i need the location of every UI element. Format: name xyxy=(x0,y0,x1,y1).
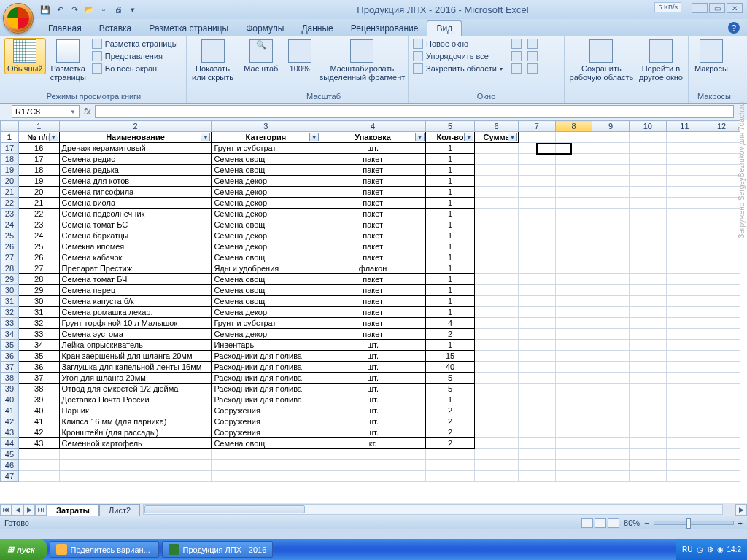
cell[interactable] xyxy=(475,384,519,394)
cell[interactable] xyxy=(592,209,630,219)
cell[interactable] xyxy=(519,427,556,438)
cell[interactable] xyxy=(592,307,630,318)
qat-redo-icon[interactable]: ↷ xyxy=(69,4,80,15)
cell[interactable] xyxy=(320,471,426,482)
cell[interactable] xyxy=(59,460,212,471)
cell[interactable] xyxy=(703,198,740,209)
cell[interactable] xyxy=(592,460,630,471)
ribbon-tab-Главная[interactable]: Главная xyxy=(39,21,90,36)
cell[interactable] xyxy=(703,362,740,373)
row-header-30[interactable]: 30 xyxy=(1,285,19,296)
cell[interactable]: 28 xyxy=(18,274,59,285)
cell[interactable]: кг. xyxy=(320,438,426,449)
cell[interactable]: Семена томат БС xyxy=(59,219,212,230)
ribbon-tab-Разметка страницы[interactable]: Разметка страницы xyxy=(140,21,237,36)
cell[interactable] xyxy=(519,165,556,176)
cell[interactable] xyxy=(703,329,740,340)
cell[interactable] xyxy=(555,198,592,209)
cell[interactable] xyxy=(555,405,592,416)
cell[interactable] xyxy=(666,405,703,416)
lang-indicator[interactable]: RU xyxy=(682,545,692,553)
cell[interactable]: Кран заершеный для шланга 20мм xyxy=(59,351,212,362)
cell[interactable] xyxy=(666,219,703,230)
view-normal-button[interactable]: Обычный xyxy=(4,38,46,74)
cell[interactable] xyxy=(629,460,666,471)
cell[interactable] xyxy=(555,329,592,340)
cell[interactable] xyxy=(629,274,666,285)
cell[interactable]: пакет xyxy=(320,274,426,285)
cell[interactable]: шт. xyxy=(320,373,426,384)
row-header-25[interactable]: 25 xyxy=(1,230,19,241)
cell[interactable]: Семена овощ xyxy=(212,438,320,449)
row-header-24[interactable]: 24 xyxy=(1,219,19,230)
cell[interactable] xyxy=(666,296,703,307)
name-box[interactable]: R17C8▼ xyxy=(12,105,80,118)
cell[interactable] xyxy=(475,230,519,241)
cell[interactable] xyxy=(475,187,519,198)
cell[interactable] xyxy=(629,187,666,198)
cell[interactable]: 40 xyxy=(425,362,474,373)
view-fullscreen-button[interactable]: Во весь экран xyxy=(90,63,179,74)
cell[interactable]: Семена для котов xyxy=(59,176,212,187)
cell[interactable]: 1 xyxy=(425,209,474,219)
cell[interactable] xyxy=(703,471,740,482)
cell[interactable]: флакон xyxy=(320,263,426,274)
cell[interactable] xyxy=(592,340,630,351)
cell[interactable]: Семена кабачок xyxy=(59,252,212,263)
cell[interactable]: Клипса 16 мм (для парника) xyxy=(59,416,212,427)
filter-dd-icon[interactable]: ▼ xyxy=(415,133,425,141)
cell[interactable]: 16 xyxy=(18,143,59,154)
cell[interactable] xyxy=(703,209,740,219)
cell[interactable]: пакет xyxy=(320,296,426,307)
cell[interactable] xyxy=(666,384,703,394)
cell[interactable]: 2 xyxy=(425,438,474,449)
cell[interactable]: 27 xyxy=(18,263,59,274)
cell[interactable]: Семена овощ xyxy=(212,165,320,176)
filter-dd-icon[interactable]: ▼ xyxy=(309,133,319,141)
cell[interactable]: Расходники для полива xyxy=(212,373,320,384)
cell[interactable] xyxy=(629,449,666,460)
filter-header[interactable]: Категория▼ xyxy=(212,132,320,143)
row-header-36[interactable]: 36 xyxy=(1,351,19,362)
cell[interactable]: 1 xyxy=(425,187,474,198)
cell[interactable]: Семена подсолнечник xyxy=(59,209,212,219)
cell[interactable] xyxy=(555,384,592,394)
newwindow-button[interactable]: Новое окно xyxy=(411,38,504,50)
cell[interactable] xyxy=(666,143,703,154)
cell[interactable]: Семена овощ xyxy=(212,154,320,165)
cell[interactable] xyxy=(592,219,630,230)
row-header-40[interactable]: 40 xyxy=(1,394,19,405)
taskbar-app-excel[interactable]: Продукция ЛПХ - 2016 xyxy=(162,541,274,558)
cell[interactable] xyxy=(666,460,703,471)
cell[interactable]: Семена декор xyxy=(212,187,320,198)
cell[interactable] xyxy=(519,307,556,318)
zoomselection-button[interactable]: Масштабировать выделенный фрагмент xyxy=(320,38,405,83)
row-header-19[interactable]: 19 xyxy=(1,165,19,176)
row-header-47[interactable]: 47 xyxy=(1,471,19,482)
cell[interactable]: пакет xyxy=(320,219,426,230)
cell[interactable]: шт. xyxy=(320,416,426,427)
row-header-27[interactable]: 27 xyxy=(1,252,19,263)
cell[interactable] xyxy=(519,274,556,285)
cell[interactable] xyxy=(592,449,630,460)
cell[interactable]: 2 xyxy=(425,405,474,416)
cell[interactable] xyxy=(555,285,592,296)
cell[interactable]: шт. xyxy=(320,143,426,154)
col-header-8[interactable]: 8 xyxy=(555,121,592,132)
cell[interactable] xyxy=(425,460,474,471)
cell[interactable]: Семена виола xyxy=(59,198,212,209)
cell[interactable]: 5 xyxy=(425,373,474,384)
cell[interactable] xyxy=(592,263,630,274)
cell[interactable]: 1 xyxy=(425,307,474,318)
cell[interactable] xyxy=(592,438,630,449)
cell[interactable] xyxy=(555,241,592,252)
cell[interactable] xyxy=(592,274,630,285)
row-header-43[interactable]: 43 xyxy=(1,427,19,438)
scroll-right[interactable]: ▶ xyxy=(735,504,747,516)
cell[interactable]: 32 xyxy=(18,318,59,329)
qat-print-icon[interactable]: 🖨 xyxy=(112,4,124,15)
cell[interactable]: 1 xyxy=(425,263,474,274)
cell[interactable] xyxy=(629,351,666,362)
cell[interactable] xyxy=(629,285,666,296)
cell[interactable] xyxy=(666,274,703,285)
